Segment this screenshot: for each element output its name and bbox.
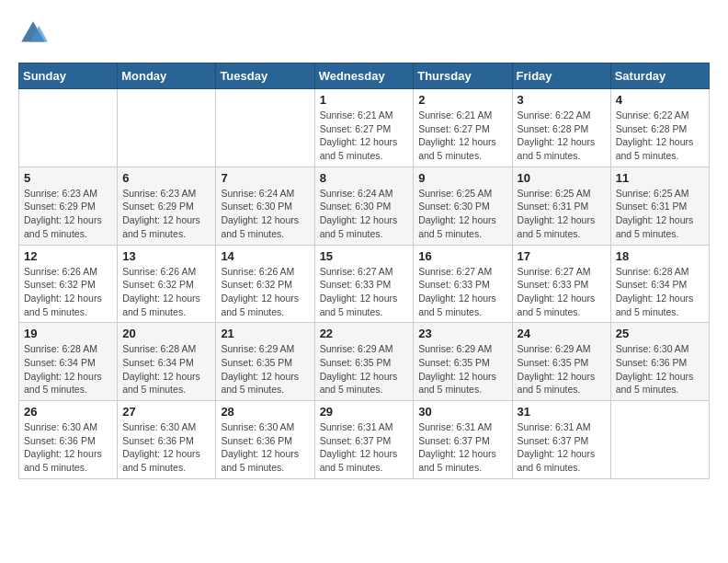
calendar-day-cell: 8Sunrise: 6:24 AM Sunset: 6:30 PM Daylig… xyxy=(314,167,414,245)
calendar-header-row: SundayMondayTuesdayWednesdayThursdayFrid… xyxy=(19,63,710,89)
day-of-week-header: Tuesday xyxy=(216,63,314,89)
day-info: Sunrise: 6:21 AM Sunset: 6:27 PM Dayligh… xyxy=(418,109,506,163)
calendar-day-cell: 15Sunrise: 6:27 AM Sunset: 6:33 PM Dayli… xyxy=(314,245,414,323)
day-info: Sunrise: 6:29 AM Sunset: 6:35 PM Dayligh… xyxy=(518,342,606,396)
calendar-day-cell: 19Sunrise: 6:28 AM Sunset: 6:34 PM Dayli… xyxy=(19,323,118,401)
day-number: 25 xyxy=(616,327,704,340)
day-info: Sunrise: 6:30 AM Sunset: 6:36 PM Dayligh… xyxy=(122,420,210,475)
day-number: 24 xyxy=(518,327,606,340)
calendar-day-cell: 13Sunrise: 6:26 AM Sunset: 6:32 PM Dayli… xyxy=(118,245,216,323)
day-info: Sunrise: 6:21 AM Sunset: 6:27 PM Dayligh… xyxy=(320,109,409,163)
calendar-day-cell: 3Sunrise: 6:22 AM Sunset: 6:28 PM Daylig… xyxy=(512,89,610,167)
day-info: Sunrise: 6:24 AM Sunset: 6:30 PM Dayligh… xyxy=(320,187,409,241)
day-number: 18 xyxy=(616,249,704,263)
calendar-day-cell: 10Sunrise: 6:25 AM Sunset: 6:31 PM Dayli… xyxy=(512,167,610,245)
calendar-day-cell: 24Sunrise: 6:29 AM Sunset: 6:35 PM Dayli… xyxy=(512,323,610,401)
calendar-day-cell: 17Sunrise: 6:27 AM Sunset: 6:33 PM Dayli… xyxy=(512,245,610,323)
day-info: Sunrise: 6:24 AM Sunset: 6:30 PM Dayligh… xyxy=(221,187,309,241)
day-info: Sunrise: 6:26 AM Sunset: 6:32 PM Dayligh… xyxy=(122,265,210,319)
day-number: 23 xyxy=(418,327,506,340)
day-info: Sunrise: 6:25 AM Sunset: 6:30 PM Dayligh… xyxy=(418,187,506,241)
day-number: 2 xyxy=(418,93,506,107)
day-info: Sunrise: 6:22 AM Sunset: 6:28 PM Dayligh… xyxy=(518,109,606,163)
calendar-day-cell xyxy=(610,401,709,479)
calendar-day-cell: 26Sunrise: 6:30 AM Sunset: 6:36 PM Dayli… xyxy=(19,401,118,479)
day-info: Sunrise: 6:30 AM Sunset: 6:36 PM Dayligh… xyxy=(616,342,704,396)
calendar-day-cell xyxy=(118,89,216,167)
calendar-week-row: 1Sunrise: 6:21 AM Sunset: 6:27 PM Daylig… xyxy=(19,89,710,167)
day-number: 11 xyxy=(616,171,704,185)
calendar-day-cell: 12Sunrise: 6:26 AM Sunset: 6:32 PM Dayli… xyxy=(19,245,118,323)
day-info: Sunrise: 6:26 AM Sunset: 6:32 PM Dayligh… xyxy=(221,265,309,319)
day-number: 13 xyxy=(122,249,210,263)
day-number: 20 xyxy=(122,327,210,340)
calendar-week-row: 5Sunrise: 6:23 AM Sunset: 6:29 PM Daylig… xyxy=(19,167,710,245)
day-number: 6 xyxy=(122,171,210,185)
calendar-day-cell: 1Sunrise: 6:21 AM Sunset: 6:27 PM Daylig… xyxy=(314,89,414,167)
calendar-day-cell: 22Sunrise: 6:29 AM Sunset: 6:35 PM Dayli… xyxy=(314,323,414,401)
calendar-day-cell xyxy=(216,89,314,167)
calendar-day-cell: 4Sunrise: 6:22 AM Sunset: 6:28 PM Daylig… xyxy=(610,89,709,167)
day-number: 7 xyxy=(221,171,309,185)
calendar-day-cell: 25Sunrise: 6:30 AM Sunset: 6:36 PM Dayli… xyxy=(610,323,709,401)
calendar-day-cell: 9Sunrise: 6:25 AM Sunset: 6:30 PM Daylig… xyxy=(414,167,512,245)
day-number: 31 xyxy=(518,405,606,419)
day-number: 29 xyxy=(320,405,409,419)
day-of-week-header: Sunday xyxy=(19,63,118,89)
calendar-table: SundayMondayTuesdayWednesdayThursdayFrid… xyxy=(18,63,710,479)
calendar-week-row: 19Sunrise: 6:28 AM Sunset: 6:34 PM Dayli… xyxy=(19,323,710,401)
logo-icon xyxy=(18,18,48,48)
day-info: Sunrise: 6:31 AM Sunset: 6:37 PM Dayligh… xyxy=(418,420,506,475)
calendar-day-cell: 23Sunrise: 6:29 AM Sunset: 6:35 PM Dayli… xyxy=(414,323,512,401)
day-info: Sunrise: 6:31 AM Sunset: 6:37 PM Dayligh… xyxy=(320,420,409,475)
calendar-day-cell: 28Sunrise: 6:30 AM Sunset: 6:36 PM Dayli… xyxy=(216,401,314,479)
day-info: Sunrise: 6:29 AM Sunset: 6:35 PM Dayligh… xyxy=(418,342,506,396)
calendar-day-cell: 31Sunrise: 6:31 AM Sunset: 6:37 PM Dayli… xyxy=(512,401,610,479)
calendar-day-cell: 7Sunrise: 6:24 AM Sunset: 6:30 PM Daylig… xyxy=(216,167,314,245)
calendar-day-cell: 30Sunrise: 6:31 AM Sunset: 6:37 PM Dayli… xyxy=(414,401,512,479)
calendar-day-cell: 11Sunrise: 6:25 AM Sunset: 6:31 PM Dayli… xyxy=(610,167,709,245)
day-info: Sunrise: 6:26 AM Sunset: 6:32 PM Dayligh… xyxy=(24,265,112,319)
calendar-day-cell: 18Sunrise: 6:28 AM Sunset: 6:34 PM Dayli… xyxy=(610,245,709,323)
day-number: 26 xyxy=(24,405,112,419)
day-info: Sunrise: 6:29 AM Sunset: 6:35 PM Dayligh… xyxy=(221,342,309,396)
day-info: Sunrise: 6:28 AM Sunset: 6:34 PM Dayligh… xyxy=(122,342,210,396)
day-number: 27 xyxy=(122,405,210,419)
calendar-day-cell: 20Sunrise: 6:28 AM Sunset: 6:34 PM Dayli… xyxy=(118,323,216,401)
day-number: 30 xyxy=(418,405,506,419)
day-info: Sunrise: 6:23 AM Sunset: 6:29 PM Dayligh… xyxy=(122,187,210,241)
calendar-week-row: 26Sunrise: 6:30 AM Sunset: 6:36 PM Dayli… xyxy=(19,401,710,479)
day-info: Sunrise: 6:31 AM Sunset: 6:37 PM Dayligh… xyxy=(518,420,606,475)
day-number: 5 xyxy=(24,171,112,185)
day-number: 4 xyxy=(616,93,704,107)
day-info: Sunrise: 6:29 AM Sunset: 6:35 PM Dayligh… xyxy=(320,342,409,396)
header xyxy=(18,18,710,48)
calendar-day-cell: 2Sunrise: 6:21 AM Sunset: 6:27 PM Daylig… xyxy=(414,89,512,167)
calendar-week-row: 12Sunrise: 6:26 AM Sunset: 6:32 PM Dayli… xyxy=(19,245,710,323)
day-info: Sunrise: 6:28 AM Sunset: 6:34 PM Dayligh… xyxy=(616,265,704,319)
day-info: Sunrise: 6:28 AM Sunset: 6:34 PM Dayligh… xyxy=(24,342,112,396)
day-number: 15 xyxy=(320,249,409,263)
day-of-week-header: Monday xyxy=(118,63,216,89)
day-number: 22 xyxy=(320,327,409,340)
calendar-day-cell: 29Sunrise: 6:31 AM Sunset: 6:37 PM Dayli… xyxy=(314,401,414,479)
calendar-day-cell: 5Sunrise: 6:23 AM Sunset: 6:29 PM Daylig… xyxy=(19,167,118,245)
logo xyxy=(18,18,51,48)
day-of-week-header: Friday xyxy=(512,63,610,89)
day-info: Sunrise: 6:27 AM Sunset: 6:33 PM Dayligh… xyxy=(418,265,506,319)
day-number: 17 xyxy=(518,249,606,263)
calendar-day-cell xyxy=(19,89,118,167)
calendar-day-cell: 21Sunrise: 6:29 AM Sunset: 6:35 PM Dayli… xyxy=(216,323,314,401)
day-info: Sunrise: 6:30 AM Sunset: 6:36 PM Dayligh… xyxy=(221,420,309,475)
day-number: 28 xyxy=(221,405,309,419)
day-number: 1 xyxy=(320,93,409,107)
day-of-week-header: Saturday xyxy=(610,63,709,89)
day-number: 14 xyxy=(221,249,309,263)
day-info: Sunrise: 6:25 AM Sunset: 6:31 PM Dayligh… xyxy=(518,187,606,241)
calendar-day-cell: 6Sunrise: 6:23 AM Sunset: 6:29 PM Daylig… xyxy=(118,167,216,245)
calendar-day-cell: 14Sunrise: 6:26 AM Sunset: 6:32 PM Dayli… xyxy=(216,245,314,323)
day-info: Sunrise: 6:30 AM Sunset: 6:36 PM Dayligh… xyxy=(24,420,112,475)
day-info: Sunrise: 6:23 AM Sunset: 6:29 PM Dayligh… xyxy=(24,187,112,241)
day-info: Sunrise: 6:22 AM Sunset: 6:28 PM Dayligh… xyxy=(616,109,704,163)
day-info: Sunrise: 6:25 AM Sunset: 6:31 PM Dayligh… xyxy=(616,187,704,241)
